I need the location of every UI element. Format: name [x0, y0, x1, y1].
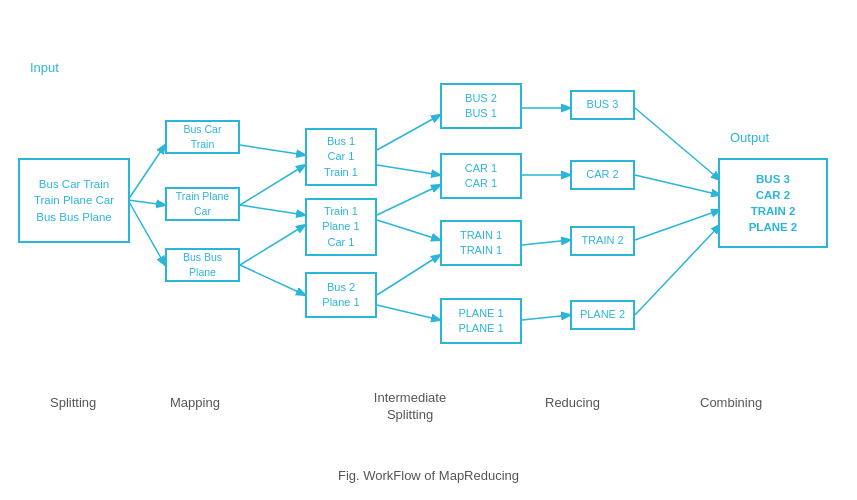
reduce2-box: CAR 2 — [570, 160, 635, 190]
reduce1-box: BUS 3 — [570, 90, 635, 120]
svg-line-16 — [522, 240, 570, 245]
split3-box: Bus 2Plane 1 — [305, 272, 377, 318]
reduce3-box: TRAIN 2 — [570, 226, 635, 256]
inter2-box: CAR 1CAR 1 — [440, 153, 522, 199]
map3-box: Bus Bus Plane — [165, 248, 240, 282]
mapping-label: Mapping — [170, 395, 220, 410]
svg-line-8 — [377, 115, 440, 150]
reducing-label: Reducing — [545, 395, 600, 410]
svg-line-0 — [128, 145, 165, 200]
inter3-box: TRAIN 1TRAIN 1 — [440, 220, 522, 266]
svg-line-3 — [240, 145, 305, 155]
output-label: Output — [730, 130, 769, 145]
input-box: Bus Car TrainTrain Plane CarBus Bus Plan… — [18, 158, 130, 243]
svg-line-11 — [377, 220, 440, 240]
map2-box: Train Plane Car — [165, 187, 240, 221]
splitting-label: Splitting — [50, 395, 96, 410]
svg-line-9 — [377, 165, 440, 175]
svg-line-12 — [377, 255, 440, 295]
combining-label: Combining — [700, 395, 762, 410]
svg-line-18 — [635, 108, 720, 180]
input-label: Input — [30, 60, 59, 75]
reduce4-box: PLANE 2 — [570, 300, 635, 330]
svg-line-6 — [240, 225, 305, 265]
svg-line-20 — [635, 210, 720, 240]
svg-line-13 — [377, 305, 440, 320]
split2-box: Train 1Plane 1Car 1 — [305, 198, 377, 256]
map1-box: Bus Car Train — [165, 120, 240, 154]
svg-line-5 — [240, 205, 305, 215]
svg-line-17 — [522, 315, 570, 320]
figure-caption: Fig. WorkFlow of MapReducing — [0, 468, 857, 483]
svg-line-2 — [128, 200, 165, 265]
svg-line-21 — [635, 225, 720, 315]
inter1-box: BUS 2BUS 1 — [440, 83, 522, 129]
svg-line-1 — [128, 200, 165, 205]
diagram: Input Bus Car TrainTrain Plane CarBus Bu… — [0, 0, 857, 460]
intermediate-label: IntermediateSplitting — [360, 390, 460, 424]
svg-line-19 — [635, 175, 720, 195]
inter4-box: PLANE 1PLANE 1 — [440, 298, 522, 344]
svg-line-10 — [377, 185, 440, 215]
svg-line-4 — [240, 165, 305, 205]
svg-line-7 — [240, 265, 305, 295]
split1-box: Bus 1Car 1Train 1 — [305, 128, 377, 186]
output-box: BUS 3CAR 2TRAIN 2PLANE 2 — [718, 158, 828, 248]
